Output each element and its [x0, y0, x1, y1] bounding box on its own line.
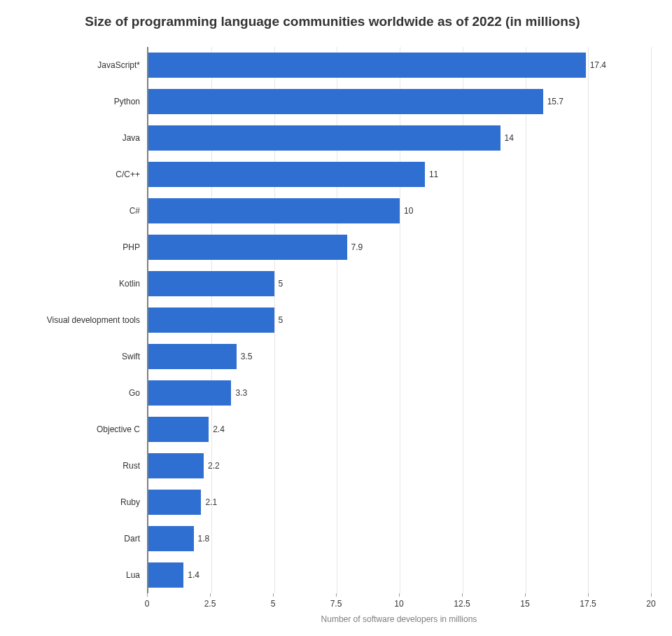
- bar: [148, 53, 586, 78]
- x-tick-label: 0: [145, 599, 150, 609]
- bar: [148, 89, 543, 114]
- x-tick-mark: [651, 593, 652, 597]
- bar: [148, 562, 183, 588]
- bar-value-label: 5: [279, 315, 284, 325]
- bar: [148, 307, 274, 333]
- bar: [148, 162, 425, 187]
- x-tick-label: 2.5: [204, 599, 216, 609]
- y-axis-labels: JavaScript*PythonJavaC/C++C#PHPKotlinVis…: [14, 47, 147, 593]
- bar-value-label: 10: [404, 206, 413, 216]
- bar-value-label: 11: [429, 170, 438, 179]
- y-axis-category-label: C#: [130, 206, 140, 216]
- y-axis-category-label: Go: [129, 388, 140, 398]
- chart-title: Size of programming language communities…: [14, 14, 651, 29]
- x-tick-label: 7.5: [330, 599, 342, 609]
- bar-value-label: 2.1: [205, 497, 217, 507]
- y-axis-category-label: JavaScript*: [97, 60, 140, 70]
- x-tick-mark: [399, 593, 400, 597]
- bar: [148, 417, 209, 442]
- gridline: [526, 47, 526, 593]
- x-tick-mark: [336, 593, 337, 597]
- y-axis-category-label: PHP: [122, 242, 140, 252]
- gridline: [651, 47, 652, 593]
- bar-value-label: 1.8: [198, 534, 210, 544]
- x-tick-mark: [147, 593, 148, 597]
- x-tick-mark: [588, 593, 589, 597]
- y-axis-category-label: Ruby: [120, 497, 140, 507]
- y-axis-category-label: Python: [114, 97, 140, 106]
- plot-area: JavaScript*PythonJavaC/C++C#PHPKotlinVis…: [14, 47, 651, 593]
- bars-region: 17.415.71411107.9553.53.32.42.22.11.81.4: [147, 47, 651, 593]
- x-axis-label: Number of software developers in million…: [147, 614, 651, 624]
- y-axis-category-label: Java: [122, 133, 140, 143]
- bar-value-label: 3.5: [241, 352, 253, 361]
- bar: [148, 125, 500, 151]
- x-tick-label: 15: [520, 599, 529, 609]
- x-tick-label: 10: [394, 599, 403, 609]
- y-axis-category-label: Dart: [124, 534, 140, 544]
- y-axis-category-label: Objective C: [97, 424, 140, 434]
- chart-container: Size of programming language communities…: [0, 0, 672, 636]
- y-axis-category-label: Swift: [122, 352, 140, 361]
- bar: [148, 235, 347, 260]
- bar-value-label: 17.4: [590, 60, 606, 70]
- gridline: [588, 47, 589, 593]
- x-tick-mark: [525, 593, 526, 597]
- y-axis-category-label: Lua: [126, 570, 140, 580]
- bar: [148, 271, 274, 296]
- bar-value-label: 3.3: [235, 388, 247, 398]
- x-tick-label: 17.5: [580, 599, 596, 609]
- bar-value-label: 2.2: [208, 461, 220, 471]
- y-axis-category-label: Rust: [122, 461, 140, 471]
- bar-value-label: 2.4: [213, 424, 225, 434]
- bar-value-label: 15.7: [547, 97, 564, 106]
- x-tick-label: 12.5: [454, 599, 470, 609]
- y-axis-category-label: Kotlin: [119, 279, 140, 289]
- y-axis-category-label: C/C++: [115, 170, 140, 179]
- x-tick-label: 5: [271, 599, 276, 609]
- bar-value-label: 1.4: [188, 570, 200, 580]
- bar: [148, 526, 194, 551]
- bar: [148, 380, 231, 406]
- x-tick-mark: [462, 593, 463, 597]
- y-axis-category-label: Visual development tools: [47, 315, 140, 325]
- bar: [148, 198, 400, 223]
- x-tick-mark: [210, 593, 211, 597]
- x-axis: 02.557.51012.51517.520 Number of softwar…: [147, 593, 651, 621]
- bar: [148, 344, 237, 369]
- x-tick-label: 20: [646, 599, 655, 609]
- bar: [148, 490, 201, 515]
- x-tick-mark: [273, 593, 274, 597]
- bar: [148, 453, 204, 478]
- bar-value-label: 5: [279, 279, 284, 289]
- bar-value-label: 7.9: [351, 242, 363, 252]
- bar-value-label: 14: [505, 133, 514, 143]
